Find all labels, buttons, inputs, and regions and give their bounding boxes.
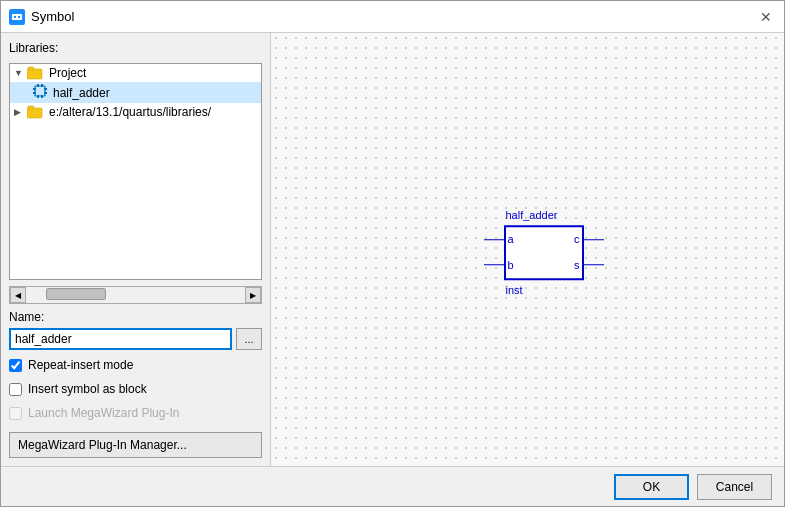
scroll-thumb[interactable] [46, 288, 106, 300]
symbol-title: half_adder [506, 209, 558, 221]
svg-rect-7 [37, 84, 39, 87]
symbol-instance: inst [506, 284, 523, 296]
svg-rect-8 [41, 84, 43, 87]
name-input[interactable] [9, 328, 232, 350]
port-a-label: a [504, 234, 514, 246]
svg-rect-3 [18, 16, 20, 18]
svg-rect-13 [44, 88, 47, 90]
port-s-label: s [574, 259, 584, 271]
megawizard-button[interactable]: MegaWizard Plug-In Manager... [9, 432, 262, 458]
insert-as-block-label: Insert symbol as block [28, 382, 147, 396]
dialog-content: Libraries: Project [1, 33, 784, 466]
chip-icon-half-adder [33, 84, 47, 101]
scroll-track[interactable] [26, 287, 245, 303]
name-section: Name: ... [9, 310, 262, 350]
libraries-label: Libraries: [9, 41, 262, 55]
launch-megawizard-checkbox [9, 407, 22, 420]
tree-label-half-adder: half_adder [53, 86, 110, 100]
insert-as-block-row: Insert symbol as block [9, 380, 262, 398]
symbol-dialog: Symbol ✕ Libraries: Project [0, 0, 785, 507]
tree-scrollbar[interactable]: ◀ ▶ [9, 286, 262, 304]
cancel-button[interactable]: Cancel [697, 474, 772, 500]
svg-rect-5 [28, 67, 34, 70]
port-c-line [584, 239, 604, 240]
left-ports: a b [484, 227, 514, 278]
repeat-insert-row: Repeat-insert mode [9, 356, 262, 374]
svg-rect-9 [37, 95, 39, 98]
ok-button[interactable]: OK [614, 474, 689, 500]
close-button[interactable]: ✕ [756, 7, 776, 27]
left-panel: Libraries: Project [1, 33, 271, 466]
symbol-preview: half_adder a b [504, 225, 584, 280]
browse-button[interactable]: ... [236, 328, 262, 350]
name-row: ... [9, 328, 262, 350]
svg-rect-4 [27, 69, 42, 79]
launch-megawizard-label: Launch MegaWizard Plug-In [28, 406, 179, 420]
bottom-bar: OK Cancel [1, 466, 784, 506]
tree-item-altera-lib[interactable]: e:/altera/13.1/quartus/libraries/ [10, 103, 261, 121]
symbol-preview-panel: half_adder a b [271, 33, 784, 466]
tree-label-altera: e:/altera/13.1/quartus/libraries/ [49, 105, 211, 119]
insert-as-block-checkbox[interactable] [9, 383, 22, 396]
svg-rect-2 [14, 16, 16, 18]
svg-rect-16 [28, 106, 34, 109]
chevron-project [14, 68, 24, 78]
folder-icon-altera [27, 105, 43, 119]
port-c: c [574, 234, 604, 246]
scroll-right-arrow[interactable]: ▶ [245, 287, 261, 303]
port-s-line [584, 265, 604, 266]
right-ports: c s [574, 227, 604, 278]
repeat-insert-label: Repeat-insert mode [28, 358, 133, 372]
title-bar-left: Symbol [9, 9, 74, 25]
port-b: b [484, 259, 514, 271]
port-b-label: b [504, 259, 514, 271]
port-c-label: c [574, 234, 584, 246]
scroll-left-arrow[interactable]: ◀ [10, 287, 26, 303]
name-label: Name: [9, 310, 262, 324]
launch-megawizard-row: Launch MegaWizard Plug-In [9, 404, 262, 422]
dialog-title: Symbol [31, 9, 74, 24]
port-b-line [484, 265, 504, 266]
tree-item-project[interactable]: Project [10, 64, 261, 82]
svg-rect-1 [12, 14, 22, 20]
port-a: a [484, 234, 514, 246]
svg-rect-11 [33, 88, 36, 90]
folder-icon-project [27, 66, 43, 80]
svg-rect-6 [35, 86, 45, 96]
svg-rect-14 [44, 92, 47, 94]
title-bar: Symbol ✕ [1, 1, 784, 33]
port-s: s [574, 259, 604, 271]
symbol-box: half_adder a b [504, 225, 584, 280]
library-tree[interactable]: Project [9, 63, 262, 280]
svg-rect-10 [41, 95, 43, 98]
svg-rect-12 [33, 92, 36, 94]
svg-rect-15 [27, 108, 42, 118]
dialog-icon [9, 9, 25, 25]
chevron-altera [14, 107, 24, 117]
repeat-insert-checkbox[interactable] [9, 359, 22, 372]
port-a-line [484, 239, 504, 240]
tree-item-half-adder[interactable]: half_adder [10, 82, 261, 103]
tree-label-project: Project [49, 66, 86, 80]
